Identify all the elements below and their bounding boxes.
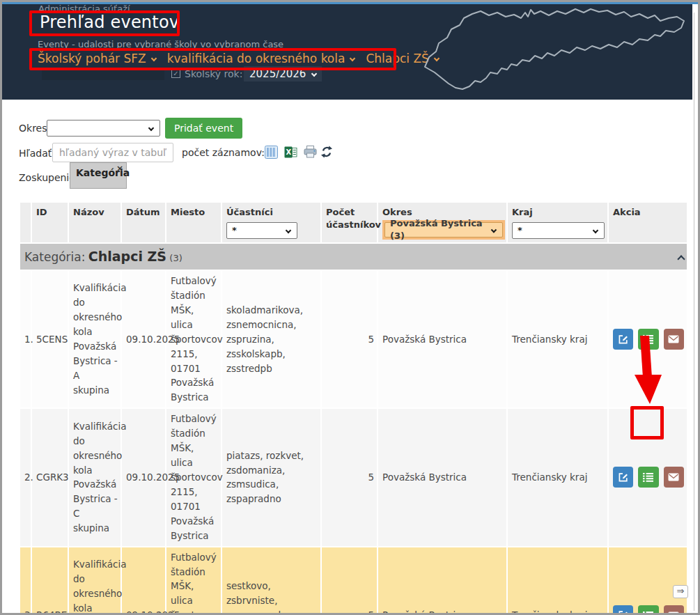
table-columns-icon[interactable] — [265, 146, 278, 159]
cell-ucastnici: skoladmarikova, zsnemocnicna, zspruzina,… — [222, 271, 320, 407]
dropdown-round-label: kvalifikácia do okresného kola — [167, 52, 345, 65]
scroll-right-button[interactable]: ⇒ — [673, 585, 688, 598]
svg-text:X: X — [286, 148, 291, 156]
column-header-datum[interactable]: Dátum — [122, 203, 165, 242]
cell-okres: Považská Bystrica — [378, 547, 506, 615]
school-year-value: 2025/2026 — [249, 68, 306, 80]
group-label: Kategória: — [24, 250, 85, 264]
school-year-label: Školský rok: — [185, 68, 242, 79]
cell-rownum: 1. — [20, 271, 31, 407]
cell-kraj: Trenčiansky kraj — [508, 409, 607, 545]
cell-id: R64BE — [32, 547, 68, 615]
page-header: Administrácia súťaží Prehľad eventov Eve… — [0, 0, 692, 100]
table-row: 1. 5CENS Kvalifikácia do okresného kola … — [20, 271, 687, 407]
chevron-down-icon — [491, 226, 497, 232]
grouping-tag-kategoria[interactable]: Kategória × — [70, 162, 127, 189]
column-header-miesto[interactable]: Miesto — [166, 203, 221, 242]
column-header-id[interactable]: ID — [32, 203, 68, 242]
event-participants-button[interactable] — [638, 467, 658, 488]
cell-miesto: Futbalový štadión MŠK, ulica športovcov … — [166, 547, 221, 615]
participants-filter-value: * — [232, 224, 237, 237]
mail-icon — [668, 612, 679, 615]
cell-kraj: Trenčiansky kraj — [508, 271, 607, 407]
chevron-down-icon — [148, 125, 154, 131]
page-title: Prehľad eventov — [40, 13, 179, 32]
cell-nazov: Kvalifikácia do okresného kola Považská … — [69, 409, 120, 545]
edit-icon — [618, 610, 628, 615]
cell-rownum: 2. — [20, 409, 31, 545]
participants-list-icon — [643, 611, 653, 615]
okres-select[interactable] — [47, 120, 160, 137]
search-input[interactable] — [52, 143, 173, 162]
event-participants-button[interactable] — [638, 605, 658, 615]
edit-event-button[interactable] — [613, 605, 633, 615]
event-participants-button[interactable] — [638, 329, 658, 350]
table-row: 3. R64BE Kvalifikácia do okresného kola … — [20, 547, 687, 615]
cell-datum: 09.10.2025 — [122, 409, 165, 545]
school-year-checkbox[interactable] — [171, 69, 180, 78]
group-value: Chlapci ZŠ — [88, 249, 166, 264]
table-header-row: ID Názov Dátum Miesto Účastníci * Počet … — [20, 203, 687, 242]
okres-filter-select[interactable]: Považská Bystrica (3) — [384, 222, 503, 238]
column-header-pocet[interactable]: Počet účastníkov — [322, 203, 377, 242]
chevron-down-icon — [350, 56, 355, 61]
kraj-filter-select[interactable]: * — [512, 222, 605, 239]
column-header-okres-label[interactable]: Okres — [382, 206, 506, 219]
cell-ucastnici: sestkovo, zsbrvniste, zsmoyzespb, zsplev… — [222, 547, 320, 615]
cell-pocet: 5 — [322, 547, 377, 615]
okres-filter-highlight: Považská Bystrica (3) — [382, 220, 505, 240]
school-year-select[interactable]: 2025/2026 — [244, 66, 322, 81]
events-table: ID Názov Dátum Miesto Účastníci * Počet … — [19, 201, 688, 615]
record-count: počet záznamov: 3 — [182, 147, 274, 158]
refresh-icon[interactable] — [320, 146, 333, 158]
column-header-kraj-label[interactable]: Kraj — [512, 206, 607, 219]
send-mail-button[interactable] — [664, 329, 684, 350]
chevron-down-icon — [286, 227, 291, 233]
participants-filter-select[interactable]: * — [226, 222, 297, 239]
mail-icon — [668, 473, 679, 481]
okres-label: Okres: — [19, 123, 50, 134]
dropdown-round[interactable]: kvalifikácia do okresného kola — [167, 52, 355, 65]
collapse-group-icon[interactable] — [677, 255, 685, 263]
cell-miesto: Futbalový štadión MŠK, ulica športovcov … — [166, 271, 221, 407]
cell-miesto: Futbalový štadión MŠK, ulica športovcov … — [166, 409, 221, 545]
cell-akcia — [609, 547, 687, 615]
column-header-nazov[interactable]: Názov — [69, 203, 120, 242]
top-accent-bar — [0, 0, 700, 4]
print-icon[interactable] — [304, 146, 317, 158]
content-right-divider — [694, 13, 694, 611]
kraj-filter-value: * — [518, 224, 522, 237]
cell-okres: Považská Bystrica — [378, 409, 506, 545]
send-mail-button[interactable] — [664, 605, 684, 615]
excel-export-icon[interactable]: X — [284, 146, 297, 159]
remove-grouping-icon[interactable]: × — [116, 164, 123, 173]
table-row: 2. CGRK3 Kvalifikácia do okresného kola … — [20, 409, 687, 545]
chevron-down-icon — [311, 71, 317, 77]
add-event-button[interactable]: Pridať event — [165, 118, 242, 139]
search-label: Hľadať: — [19, 148, 55, 159]
chevron-down-icon — [593, 227, 598, 233]
column-header-akcia: Akcia — [609, 203, 687, 242]
cell-datum: 09.10.2025 — [122, 271, 165, 407]
edit-event-button[interactable] — [613, 329, 633, 350]
column-header-rownum — [20, 203, 31, 242]
cell-datum: 09.10.2025 — [122, 547, 165, 615]
cell-okres: Považská Bystrica — [378, 271, 506, 407]
cell-nazov: Kvalifikácia do okresného kola Považská … — [69, 271, 120, 407]
column-header-kraj: Kraj * — [508, 203, 607, 242]
column-header-ucastnici-label[interactable]: Účastníci — [226, 206, 320, 219]
cell-rownum: 3. — [20, 547, 31, 615]
dropdown-competition[interactable]: Školský pohár SFZ — [38, 52, 156, 65]
cell-kraj: Trenčiansky kraj — [508, 547, 607, 615]
send-mail-button[interactable] — [664, 467, 684, 488]
column-header-okres: Okres Považská Bystrica (3) — [378, 203, 506, 242]
cell-id: CGRK3 — [32, 409, 68, 545]
events-overview-page: Administrácia súťaží Prehľad eventov Eve… — [0, 0, 700, 615]
group-header-row[interactable]: Kategória: Chlapci ZŠ (3) — [20, 244, 687, 270]
school-search-input[interactable] — [42, 68, 164, 80]
cell-ucastnici: piatazs, rozkvet, zsdomaniza, zsmsudica,… — [222, 409, 320, 545]
cell-akcia — [609, 271, 687, 407]
cell-id: 5CENS — [32, 271, 68, 407]
column-header-ucastnici: Účastníci * — [222, 203, 320, 242]
edit-event-button[interactable] — [613, 467, 633, 488]
